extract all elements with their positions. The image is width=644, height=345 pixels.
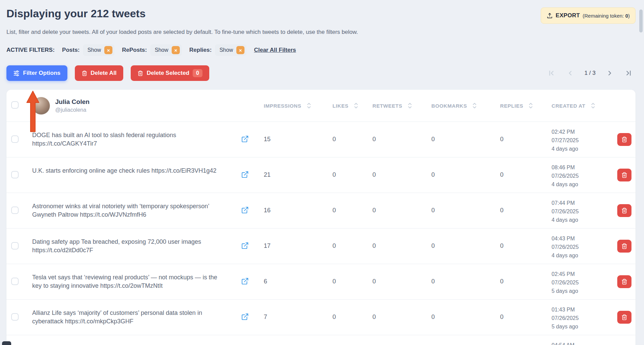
- x-icon: ×: [107, 48, 110, 53]
- filter-replies: Replies: Show ×: [189, 44, 246, 56]
- created-date: 07/27/2025: [552, 136, 614, 145]
- filter-posts-remove-button[interactable]: ×: [104, 46, 112, 54]
- retweets-value: 0: [366, 300, 425, 335]
- delete-row-button[interactable]: [617, 169, 631, 181]
- table-row: U.K. starts enforcing online age check r…: [6, 157, 636, 193]
- x-icon: ×: [239, 48, 242, 53]
- likes-value: 0: [326, 229, 366, 264]
- likes-value: 0: [326, 193, 366, 228]
- filter-replies-chip: Show ×: [215, 44, 246, 56]
- created-date: 07/26/2025: [552, 243, 614, 251]
- created-date: 07/26/2025: [552, 278, 614, 287]
- external-link-icon[interactable]: [239, 273, 251, 285]
- delete-row-button[interactable]: [617, 133, 631, 146]
- created-time: 02:45 PM: [552, 270, 614, 278]
- column-header-likes[interactable]: LIKES: [326, 102, 366, 109]
- x-icon: ×: [174, 48, 177, 53]
- tweet-text: Allianz Life says ‘majority’ of customer…: [32, 309, 228, 335]
- delete-selected-button[interactable]: Delete Selected 0: [131, 65, 209, 81]
- delete-row-button[interactable]: [617, 204, 631, 217]
- delete-row-button[interactable]: [617, 311, 631, 324]
- filter-replies-remove-button[interactable]: ×: [236, 46, 244, 54]
- delete-row-button[interactable]: [617, 275, 631, 288]
- sliders-icon: [13, 70, 20, 77]
- column-header-retweets[interactable]: RETWEETS: [366, 102, 425, 109]
- tweet-text: Tesla vet says that ‘reviewing real prod…: [32, 273, 228, 299]
- external-link-icon[interactable]: [239, 131, 251, 143]
- external-link-icon[interactable]: [239, 202, 251, 214]
- column-header-replies[interactable]: REPLIES: [493, 102, 545, 109]
- bookmarks-value: 0: [425, 157, 493, 193]
- created-at-cell: 04:43 PM 07/26/2025 4 days ago: [545, 229, 614, 264]
- created-time: 02:42 PM: [552, 128, 614, 136]
- scrollbar-thumb[interactable]: [639, 9, 643, 33]
- created-at-cell: 04:54 AM 07/26/2025: [545, 335, 614, 345]
- export-button[interactable]: EXPORT (Remaining token: 0): [541, 7, 636, 24]
- created-at-cell: 02:45 PM 07/26/2025 5 days ago: [545, 264, 614, 299]
- next-page-button[interactable]: [604, 68, 615, 78]
- last-page-icon: [625, 69, 632, 77]
- external-link-icon[interactable]: [239, 309, 251, 321]
- last-page-button[interactable]: [623, 68, 634, 78]
- row-checkbox[interactable]: [11, 278, 19, 285]
- created-at-cell: 01:43 PM 07/26/2025 5 days ago: [545, 300, 614, 335]
- column-header-created-at[interactable]: CREATED AT: [545, 102, 614, 109]
- tweets-table: Julia Colen @juliacolena IMPRESSIONS LIK…: [6, 90, 636, 345]
- row-checkbox[interactable]: [11, 313, 19, 321]
- page-title: Displaying your 212 tweets: [6, 7, 146, 20]
- select-all-checkbox[interactable]: [11, 101, 19, 109]
- impressions-value: 16: [257, 193, 326, 228]
- bookmarks-value: 0: [425, 264, 493, 299]
- created-at-cell: 07:44 PM 07/26/2025 4 days ago: [545, 193, 614, 228]
- token-count: 0: [625, 13, 628, 19]
- filter-posts: Posts: Show ×: [62, 44, 114, 56]
- retweets-value: 0: [366, 229, 425, 264]
- created-at-cell: 08:46 PM 07/26/2025 4 days ago: [545, 157, 614, 193]
- delete-row-button[interactable]: [617, 240, 631, 253]
- created-at-cell: 02:42 PM 07/27/2025 4 days ago: [545, 122, 614, 157]
- delete-all-button[interactable]: Delete All: [75, 65, 124, 81]
- impressions-value: 6: [257, 264, 326, 299]
- created-time: 07:44 PM: [552, 199, 614, 207]
- page-indicator: 1 / 3: [584, 70, 596, 77]
- filter-reposts-chip: Show ×: [150, 44, 182, 56]
- pagination: 1 / 3: [546, 68, 634, 78]
- external-link-icon[interactable]: [239, 167, 251, 179]
- first-page-button[interactable]: [546, 68, 557, 78]
- row-checkbox[interactable]: [11, 135, 19, 143]
- first-page-icon: [548, 69, 555, 77]
- replies-value: 0: [493, 157, 545, 193]
- export-icon: [546, 13, 553, 19]
- created-ago: 4 days ago: [552, 180, 614, 189]
- row-checkbox[interactable]: [11, 207, 19, 214]
- toolbar: Filter Options Delete All Delete Selecte…: [6, 65, 636, 81]
- filter-options-button[interactable]: Filter Options: [6, 65, 67, 81]
- created-time: 08:46 PM: [552, 163, 614, 172]
- retweets-value: 0: [366, 122, 425, 157]
- previous-page-button[interactable]: [565, 68, 576, 78]
- created-ago: 4 days ago: [552, 145, 614, 153]
- replies-value: 0: [493, 229, 545, 264]
- filter-reposts-remove-button[interactable]: ×: [172, 46, 180, 54]
- row-checkbox[interactable]: [11, 242, 19, 250]
- impressions-value: 15: [257, 122, 326, 157]
- sort-icon: [307, 102, 311, 109]
- trash-icon: [621, 279, 627, 285]
- filter-reposts-value: Show: [155, 47, 168, 53]
- table-header: Julia Colen @juliacolena IMPRESSIONS LIK…: [6, 90, 636, 122]
- column-header-impressions[interactable]: IMPRESSIONS: [257, 102, 326, 109]
- bottom-left-widget-sliver[interactable]: [2, 341, 11, 345]
- tweet-text: U.K. starts enforcing online age check r…: [32, 167, 216, 193]
- replies-value: 0: [493, 300, 545, 335]
- tweet-text: Dating safety app Tea breached, exposing…: [32, 238, 228, 264]
- trash-icon: [621, 208, 627, 214]
- table-row: Tesla vet says that ‘reviewing real prod…: [6, 264, 636, 299]
- created-time: 01:43 PM: [552, 305, 614, 314]
- row-checkbox[interactable]: [11, 171, 19, 178]
- likes-value: 0: [326, 122, 366, 157]
- replies-value: 0: [493, 264, 545, 299]
- external-link-icon[interactable]: [239, 238, 251, 250]
- impressions-value: 17: [257, 229, 326, 264]
- column-header-bookmarks[interactable]: BOOKMARKS: [425, 102, 493, 109]
- clear-all-filters-link[interactable]: Clear All Filters: [254, 47, 296, 53]
